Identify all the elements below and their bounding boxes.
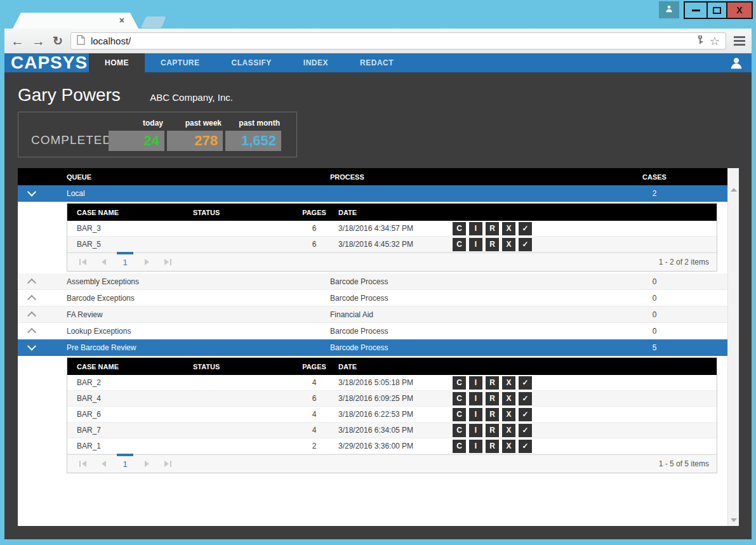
complete-action-button[interactable]: ✓ bbox=[519, 222, 532, 235]
minimize-button[interactable] bbox=[685, 3, 706, 18]
pager-prev-button[interactable] bbox=[96, 253, 111, 272]
case-row-bar5[interactable]: BAR_5 6 3/18/2016 4:45:32 PM C I R X ✓ bbox=[67, 237, 717, 253]
index-action-button[interactable]: I bbox=[469, 222, 482, 235]
redact-action-button[interactable]: R bbox=[486, 222, 499, 235]
complete-action-button[interactable]: ✓ bbox=[519, 238, 532, 251]
column-status[interactable]: STATUS bbox=[193, 209, 296, 216]
capture-action-button[interactable]: C bbox=[453, 392, 466, 405]
tab-index[interactable]: INDEX bbox=[288, 53, 344, 72]
chevron-down-icon[interactable] bbox=[27, 342, 36, 351]
url-text[interactable]: localhost/ bbox=[91, 36, 691, 46]
maximize-button[interactable] bbox=[706, 3, 726, 18]
column-case-name[interactable]: CASE NAME bbox=[67, 209, 193, 216]
delete-action-button[interactable]: X bbox=[502, 408, 515, 421]
column-pages[interactable]: PAGES bbox=[296, 209, 332, 216]
page-icon bbox=[77, 35, 85, 48]
tab-capture[interactable]: CAPTURE bbox=[145, 53, 216, 72]
redact-action-button[interactable]: R bbox=[486, 376, 499, 390]
address-bar[interactable]: localhost/ ☆ bbox=[70, 32, 726, 49]
capture-action-button[interactable]: C bbox=[453, 222, 466, 235]
pager-next-button[interactable] bbox=[139, 253, 154, 272]
browser-tab[interactable]: × bbox=[13, 13, 138, 29]
case-row-bar2[interactable]: BAR_2 4 3/18/2016 5:05:18 PM C I R X ✓ bbox=[67, 375, 717, 391]
complete-action-button[interactable]: ✓ bbox=[519, 440, 532, 453]
chevron-up-icon[interactable] bbox=[27, 278, 36, 287]
key-icon[interactable] bbox=[696, 35, 704, 48]
case-row-bar6[interactable]: BAR_6 4 3/18/2016 6:22:53 PM C I R X ✓ bbox=[67, 407, 717, 423]
back-button[interactable]: ← bbox=[11, 35, 24, 48]
pager-page-1[interactable]: 1 bbox=[117, 455, 133, 473]
queue-row-barcode-exceptions[interactable]: Barcode Exceptions Barcode Process 0 bbox=[18, 290, 727, 306]
pager-first-button[interactable] bbox=[75, 455, 90, 473]
column-date[interactable]: DATE bbox=[338, 363, 453, 371]
pager-page-1[interactable]: 1 bbox=[117, 253, 133, 272]
capture-action-button[interactable]: C bbox=[453, 440, 466, 453]
column-pages[interactable]: PAGES bbox=[296, 363, 332, 371]
chevron-down-icon[interactable] bbox=[27, 188, 36, 197]
forward-button[interactable]: → bbox=[32, 35, 45, 48]
index-action-button[interactable]: I bbox=[469, 392, 482, 405]
capture-action-button[interactable]: C bbox=[453, 238, 466, 251]
reload-button[interactable]: ↻ bbox=[53, 34, 63, 48]
case-row-bar7[interactable]: BAR_7 4 3/18/2016 6:34:05 PM C I R X ✓ bbox=[67, 423, 717, 438]
case-row-bar3[interactable]: BAR_3 6 3/18/2016 4:34:57 PM C I R X ✓ bbox=[67, 221, 717, 237]
column-queue[interactable]: QUEUE bbox=[67, 173, 330, 181]
bookmark-star-icon[interactable]: ☆ bbox=[710, 36, 720, 47]
scroll-down-icon[interactable] bbox=[731, 518, 737, 522]
capture-action-button[interactable]: C bbox=[453, 376, 466, 390]
delete-action-button[interactable]: X bbox=[502, 376, 515, 390]
column-case-name[interactable]: CASE NAME bbox=[67, 363, 193, 371]
new-tab-button[interactable] bbox=[141, 16, 166, 28]
delete-action-button[interactable]: X bbox=[502, 238, 515, 251]
queue-row-assembly-exceptions[interactable]: Assembly Exceptions Barcode Process 0 bbox=[18, 273, 727, 290]
redact-action-button[interactable]: R bbox=[486, 392, 499, 405]
column-cases[interactable]: CASES bbox=[581, 173, 727, 181]
tab-close-icon[interactable]: × bbox=[119, 15, 124, 25]
pager-next-button[interactable] bbox=[139, 455, 154, 473]
browser-profile-button[interactable] bbox=[659, 1, 679, 18]
redact-action-button[interactable]: R bbox=[486, 424, 499, 437]
column-status[interactable]: STATUS bbox=[193, 363, 296, 371]
queue-row-lookup-exceptions[interactable]: Lookup Exceptions Barcode Process 0 bbox=[18, 323, 727, 339]
queue-row-fa-review[interactable]: FA Review Financial Aid 0 bbox=[18, 306, 727, 323]
redact-action-button[interactable]: R bbox=[486, 408, 499, 421]
tab-redact[interactable]: REDACT bbox=[344, 53, 409, 72]
complete-action-button[interactable]: ✓ bbox=[519, 408, 532, 421]
index-action-button[interactable]: I bbox=[469, 408, 482, 421]
grid-scrollbar[interactable] bbox=[727, 168, 739, 526]
scroll-up-icon[interactable] bbox=[731, 188, 737, 192]
redact-action-button[interactable]: R bbox=[486, 238, 499, 251]
user-account-button[interactable] bbox=[729, 56, 743, 72]
chevron-up-icon[interactable] bbox=[27, 311, 36, 320]
complete-action-button[interactable]: ✓ bbox=[519, 376, 532, 390]
pager-prev-button[interactable] bbox=[96, 455, 111, 473]
chevron-up-icon[interactable] bbox=[27, 327, 36, 336]
queue-row-local[interactable]: Local 2 bbox=[18, 185, 727, 202]
delete-action-button[interactable]: X bbox=[502, 440, 515, 453]
column-date[interactable]: DATE bbox=[338, 209, 453, 216]
delete-action-button[interactable]: X bbox=[502, 222, 515, 235]
index-action-button[interactable]: I bbox=[469, 238, 482, 251]
delete-action-button[interactable]: X bbox=[502, 392, 515, 405]
pager-last-button[interactable] bbox=[160, 455, 175, 473]
index-action-button[interactable]: I bbox=[469, 440, 482, 453]
complete-action-button[interactable]: ✓ bbox=[519, 392, 532, 405]
capture-action-button[interactable]: C bbox=[453, 424, 466, 437]
case-row-bar1[interactable]: BAR_1 2 3/29/2016 3:36:00 PM C I R X ✓ bbox=[67, 438, 717, 454]
case-row-bar4[interactable]: BAR_4 6 3/18/2016 6:09:25 PM C I R X ✓ bbox=[67, 391, 717, 407]
index-action-button[interactable]: I bbox=[469, 424, 482, 437]
complete-action-button[interactable]: ✓ bbox=[519, 424, 532, 437]
pager-last-button[interactable] bbox=[160, 253, 175, 272]
browser-menu-button[interactable] bbox=[734, 36, 745, 46]
queue-row-pre-barcode-review[interactable]: Pre Barcode Review Barcode Process 5 bbox=[18, 339, 727, 356]
chevron-up-icon[interactable] bbox=[27, 294, 36, 303]
delete-action-button[interactable]: X bbox=[502, 424, 515, 437]
index-action-button[interactable]: I bbox=[469, 376, 482, 390]
capture-action-button[interactable]: C bbox=[453, 408, 466, 421]
column-process[interactable]: PROCESS bbox=[330, 173, 581, 181]
tab-classify[interactable]: CLASSIFY bbox=[216, 53, 288, 72]
tab-home[interactable]: HOME bbox=[89, 53, 145, 72]
close-button[interactable]: X bbox=[726, 3, 752, 18]
pager-first-button[interactable] bbox=[75, 253, 90, 272]
redact-action-button[interactable]: R bbox=[486, 440, 499, 453]
